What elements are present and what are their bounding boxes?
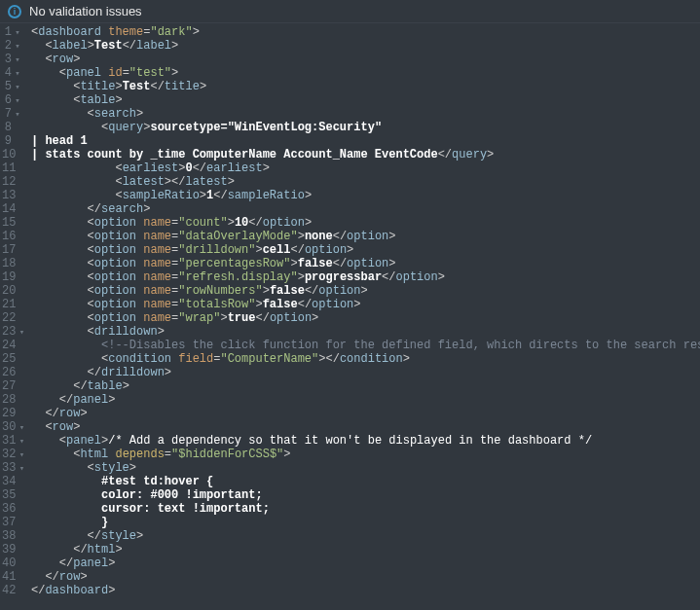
code-line[interactable]: </row> bbox=[31, 407, 700, 420]
code-line[interactable]: <dashboard theme="dark"> bbox=[31, 25, 700, 39]
fold-triangle-icon[interactable]: ▾ bbox=[14, 108, 21, 122]
line-number: 35 bbox=[2, 488, 21, 502]
code-line[interactable]: <search> bbox=[31, 107, 700, 121]
code-area[interactable]: <dashboard theme="dark"> <label>Test</la… bbox=[27, 23, 700, 610]
code-line[interactable]: </dashboard> bbox=[31, 584, 700, 597]
fold-triangle-icon[interactable]: ▾ bbox=[18, 449, 25, 462]
line-number: 22 bbox=[2, 311, 21, 325]
line-number: 17 bbox=[2, 243, 21, 257]
code-line[interactable]: cursor: text !important; bbox=[31, 502, 700, 516]
code-line[interactable]: </panel> bbox=[31, 556, 700, 570]
line-number: 21 bbox=[2, 298, 21, 311]
line-number: 8 bbox=[2, 121, 21, 134]
line-number: 15 bbox=[2, 216, 21, 230]
code-line[interactable]: <panel id="test"> bbox=[31, 66, 700, 80]
code-line[interactable]: <table> bbox=[31, 93, 700, 107]
code-line[interactable]: <html depends="$hiddenForCSS$"> bbox=[31, 448, 700, 461]
line-number: 32▾ bbox=[2, 448, 21, 461]
fold-triangle-icon[interactable]: ▾ bbox=[14, 81, 21, 94]
code-line[interactable]: <query>sourcetype="WinEventLog:Security" bbox=[31, 121, 700, 134]
validation-header: i No validation issues bbox=[0, 0, 700, 23]
code-line[interactable]: <title>Test</title> bbox=[31, 80, 700, 93]
code-line[interactable]: } bbox=[31, 516, 700, 529]
code-line[interactable]: </drilldown> bbox=[31, 366, 700, 379]
code-line[interactable]: | stats count by _time ComputerName Acco… bbox=[31, 148, 700, 161]
fold-triangle-icon[interactable]: ▾ bbox=[18, 421, 25, 435]
line-number: 27 bbox=[2, 379, 21, 393]
line-number: 1▾ bbox=[2, 25, 21, 39]
code-line[interactable]: </search> bbox=[31, 202, 700, 216]
fold-triangle-icon[interactable]: ▾ bbox=[18, 326, 25, 340]
fold-triangle-icon[interactable]: ▾ bbox=[14, 54, 21, 67]
line-number: 16 bbox=[2, 230, 21, 243]
line-number: 23▾ bbox=[2, 325, 21, 339]
code-line[interactable]: <condition field="ComputerName"></condit… bbox=[31, 352, 700, 366]
line-number: 4▾ bbox=[2, 66, 21, 80]
code-line[interactable]: <row> bbox=[31, 53, 700, 66]
code-line[interactable]: <row> bbox=[31, 420, 700, 434]
info-icon: i bbox=[8, 5, 21, 18]
code-line[interactable]: <sampleRatio>1</sampleRatio> bbox=[31, 189, 700, 202]
fold-triangle-icon[interactable]: ▾ bbox=[18, 435, 25, 449]
code-line[interactable]: <label>Test</label> bbox=[31, 39, 700, 53]
code-line[interactable]: <option name="dataOverlayMode">none</opt… bbox=[31, 230, 700, 243]
code-line[interactable]: <!--Disables the click function for the … bbox=[31, 339, 700, 352]
code-line[interactable]: #test td:hover { bbox=[31, 475, 700, 488]
code-line[interactable]: <option name="totalsRow">false</option> bbox=[31, 298, 700, 311]
line-number: 40 bbox=[2, 556, 21, 570]
line-number: 34 bbox=[2, 475, 21, 488]
line-number: 19 bbox=[2, 270, 21, 284]
line-number: 20 bbox=[2, 284, 21, 298]
line-number: 13 bbox=[2, 189, 21, 202]
code-line[interactable]: </html> bbox=[31, 543, 700, 556]
line-number: 2▾ bbox=[2, 39, 21, 53]
line-number: 39 bbox=[2, 543, 21, 556]
fold-triangle-icon[interactable]: ▾ bbox=[18, 462, 25, 476]
line-number: 29 bbox=[2, 407, 21, 420]
code-line[interactable]: </table> bbox=[31, 379, 700, 393]
code-line[interactable]: color: #000 !important; bbox=[31, 488, 700, 502]
line-number: 12 bbox=[2, 175, 21, 189]
code-line[interactable]: <option name="rowNumbers">false</option> bbox=[31, 284, 700, 298]
line-number: 30▾ bbox=[2, 420, 21, 434]
fold-triangle-icon[interactable]: ▾ bbox=[14, 40, 21, 54]
code-line[interactable]: <drilldown> bbox=[31, 325, 700, 339]
code-line[interactable]: </panel> bbox=[31, 393, 700, 407]
code-line[interactable]: <option name="wrap">true</option> bbox=[31, 311, 700, 325]
line-number: 10 bbox=[2, 148, 21, 161]
code-line[interactable]: <earliest>0</earliest> bbox=[31, 161, 700, 175]
line-number: 37 bbox=[2, 516, 21, 529]
code-line[interactable]: <option name="count">10</option> bbox=[31, 216, 700, 230]
line-number: 26 bbox=[2, 366, 21, 379]
code-line[interactable]: <option name="refresh.display">progressb… bbox=[31, 270, 700, 284]
line-number: 11 bbox=[2, 161, 21, 175]
line-number: 14 bbox=[2, 202, 21, 216]
code-line[interactable]: <latest></latest> bbox=[31, 175, 700, 189]
line-number: 28 bbox=[2, 393, 21, 407]
validation-title: No validation issues bbox=[29, 4, 142, 18]
line-number: 33▾ bbox=[2, 461, 21, 475]
line-number: 31▾ bbox=[2, 434, 21, 448]
line-number: 36 bbox=[2, 502, 21, 516]
fold-triangle-icon[interactable]: ▾ bbox=[14, 67, 21, 81]
line-number: 38 bbox=[2, 529, 21, 543]
line-number: 9 bbox=[2, 134, 21, 148]
line-number: 42 bbox=[2, 584, 21, 597]
code-line[interactable]: <style> bbox=[31, 461, 700, 475]
line-number: 25 bbox=[2, 352, 21, 366]
fold-triangle-icon[interactable]: ▾ bbox=[14, 94, 21, 108]
line-gutter: 1▾2▾3▾4▾5▾6▾7▾8 9 10 11 12 13 14 15 16 1… bbox=[0, 23, 27, 610]
line-number: 18 bbox=[2, 257, 21, 270]
code-line[interactable]: </row> bbox=[31, 570, 700, 584]
line-number: 6▾ bbox=[2, 93, 21, 107]
line-number: 24 bbox=[2, 339, 21, 352]
code-editor[interactable]: 1▾2▾3▾4▾5▾6▾7▾8 9 10 11 12 13 14 15 16 1… bbox=[0, 23, 700, 610]
code-line[interactable]: <option name="drilldown">cell</option> bbox=[31, 243, 700, 257]
line-number: 5▾ bbox=[2, 80, 21, 93]
fold-triangle-icon[interactable]: ▾ bbox=[14, 26, 21, 40]
code-line[interactable]: </style> bbox=[31, 529, 700, 543]
code-line[interactable]: <panel>/* Add a dependency so that it wo… bbox=[31, 434, 700, 448]
line-number: 3▾ bbox=[2, 53, 21, 66]
code-line[interactable]: <option name="percentagesRow">false</opt… bbox=[31, 257, 700, 270]
code-line[interactable]: | head 1 bbox=[31, 134, 700, 148]
